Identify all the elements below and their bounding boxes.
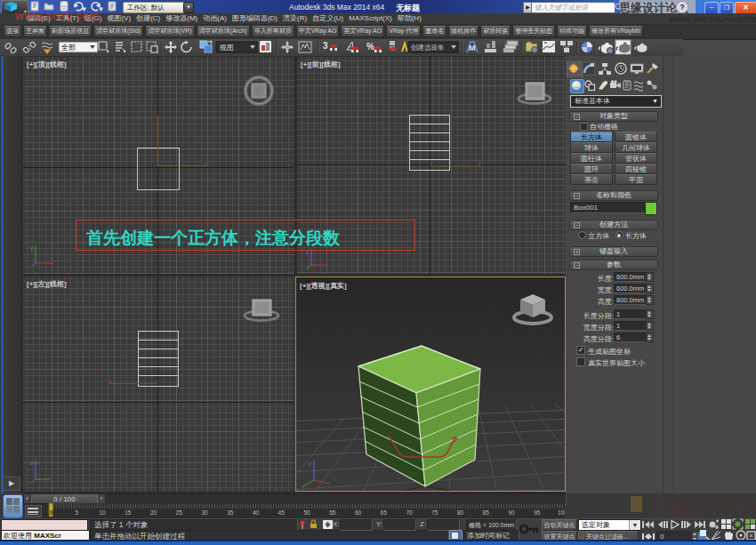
svg-text:5: 5 [75, 509, 78, 516]
svg-text:视图: 视图 [219, 44, 234, 52]
svg-text:全部: 全部 [61, 44, 76, 52]
svg-text:y: y [30, 244, 34, 252]
svg-text:M: M [469, 44, 476, 52]
svg-text:70: 70 [406, 509, 413, 516]
svg-text:25: 25 [176, 509, 183, 516]
svg-text:45: 45 [278, 509, 286, 516]
svg-text:95: 95 [534, 509, 541, 516]
svg-text:50: 50 [303, 509, 310, 516]
svg-text:3: 3 [323, 41, 328, 51]
svg-text:35: 35 [227, 509, 234, 516]
svg-text:40: 40 [253, 509, 260, 516]
svg-text:90: 90 [508, 509, 515, 516]
svg-text:80: 80 [457, 509, 464, 516]
svg-text:15: 15 [125, 509, 132, 516]
svg-text:65: 65 [381, 509, 388, 516]
svg-text:x: x [50, 255, 53, 261]
svg-text:%: % [366, 42, 374, 52]
svg-text:20: 20 [150, 509, 157, 516]
svg-text:10: 10 [99, 509, 106, 516]
svg-text:55: 55 [329, 509, 336, 516]
svg-text:30: 30 [201, 509, 208, 516]
svg-text:75: 75 [431, 509, 438, 516]
svg-text:▾: ▾ [100, 6, 102, 12]
svg-text:60: 60 [355, 509, 362, 516]
svg-text:100: 100 [558, 509, 565, 516]
svg-text:z: z [309, 461, 312, 467]
svg-text:创建选择集: 创建选择集 [411, 44, 445, 52]
svg-text:85: 85 [483, 509, 490, 516]
svg-text:0: 0 [50, 509, 53, 516]
